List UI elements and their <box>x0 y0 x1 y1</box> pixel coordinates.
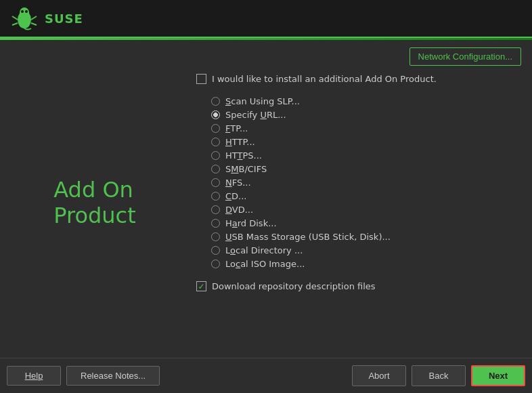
radio-usb-label: USB Mass Storage (USB Stick, Disk)... <box>225 232 391 242</box>
radio-slp[interactable]: Scan Using SLP... <box>211 96 512 106</box>
download-repo-label: Download repository description files <box>212 281 376 291</box>
radio-local-iso[interactable]: Local ISO Image... <box>211 259 512 269</box>
radio-nfs[interactable]: NFS... <box>211 178 512 188</box>
download-repo-row[interactable]: ✓ Download repository description files <box>196 281 512 291</box>
radio-smb-label: SMB/CIFS <box>225 164 267 174</box>
radio-usb-circle[interactable] <box>211 232 220 241</box>
header: SUSE <box>0 0 532 38</box>
radio-hard-disk[interactable]: Hard Disk... <box>211 218 512 228</box>
checkmark-icon: ✓ <box>198 283 204 291</box>
footer-left: Help Release Notes... <box>7 366 160 386</box>
radio-local-dir-circle[interactable] <box>211 246 220 255</box>
radio-nfs-label: NFS... <box>225 178 251 188</box>
radio-smb-circle[interactable] <box>211 165 220 173</box>
addon-product-label: I would like to install an additional Ad… <box>212 74 437 84</box>
footer-right: Abort Back Next <box>352 365 525 386</box>
svg-point-3 <box>25 10 28 13</box>
radio-cd-circle[interactable] <box>211 192 220 201</box>
radio-url-label: Specify URL... <box>225 110 286 120</box>
radio-local-iso-circle[interactable] <box>211 260 220 268</box>
addon-product-checkbox[interactable] <box>196 74 206 84</box>
download-repo-checkbox[interactable]: ✓ <box>196 281 206 291</box>
radio-https-label: HTTPS... <box>225 150 262 161</box>
radio-url[interactable]: Specify URL... <box>211 110 512 120</box>
radio-local-dir[interactable]: Local Directory ... <box>211 245 512 255</box>
abort-button[interactable]: Abort <box>352 365 406 386</box>
radio-slp-label: Scan Using SLP... <box>225 96 300 106</box>
left-panel: Add On Product <box>0 40 190 365</box>
radio-cd[interactable]: CD... <box>211 191 512 201</box>
radio-local-dir-label: Local Directory ... <box>225 245 303 255</box>
radio-http-circle[interactable] <box>211 138 220 146</box>
svg-line-7 <box>31 23 37 25</box>
help-button[interactable]: Help <box>7 366 61 386</box>
svg-line-4 <box>12 16 18 20</box>
addon-product-checkbox-row[interactable]: I would like to install an additional Ad… <box>196 74 512 84</box>
radio-https[interactable]: HTTPS... <box>211 150 512 161</box>
radio-nfs-circle[interactable] <box>211 178 220 187</box>
radio-ftp-circle[interactable] <box>211 124 220 133</box>
radio-http-label: HTTP... <box>225 137 255 147</box>
radio-dvd[interactable]: DVD... <box>211 205 512 215</box>
logo: SUSE <box>11 6 83 30</box>
next-button[interactable]: Next <box>471 365 525 386</box>
source-options: Scan Using SLP... Specify URL... FTP... … <box>211 96 512 269</box>
main-content: Add On Product I would like to install a… <box>0 40 532 365</box>
radio-ftp-label: FTP... <box>225 123 248 133</box>
radio-smb[interactable]: SMB/CIFS <box>211 164 512 174</box>
svg-point-1 <box>20 7 29 18</box>
release-notes-button[interactable]: Release Notes... <box>66 366 160 386</box>
radio-ftp[interactable]: FTP... <box>211 123 512 133</box>
radio-dvd-circle[interactable] <box>211 205 220 214</box>
page-title: Add On Product <box>53 177 136 229</box>
radio-local-iso-label: Local ISO Image... <box>225 259 305 269</box>
radio-https-circle[interactable] <box>211 151 220 160</box>
radio-dvd-label: DVD... <box>225 205 253 215</box>
radio-url-circle[interactable] <box>211 110 220 119</box>
network-config-button[interactable]: Network Configuration... <box>409 47 521 66</box>
footer: Help Release Notes... Abort Back Next <box>0 358 532 393</box>
right-panel: I would like to install an additional Ad… <box>190 40 532 365</box>
logo-text: SUSE <box>45 12 83 26</box>
radio-hard-disk-circle[interactable] <box>211 219 220 228</box>
back-button[interactable]: Back <box>412 365 466 386</box>
svg-line-6 <box>31 16 37 20</box>
svg-point-2 <box>21 10 24 13</box>
radio-slp-circle[interactable] <box>211 97 220 106</box>
radio-usb[interactable]: USB Mass Storage (USB Stick, Disk)... <box>211 232 512 242</box>
radio-cd-label: CD... <box>225 191 247 201</box>
svg-line-5 <box>12 23 18 25</box>
suse-logo-icon <box>11 6 38 30</box>
radio-hard-disk-label: Hard Disk... <box>225 218 277 228</box>
radio-http[interactable]: HTTP... <box>211 137 512 147</box>
